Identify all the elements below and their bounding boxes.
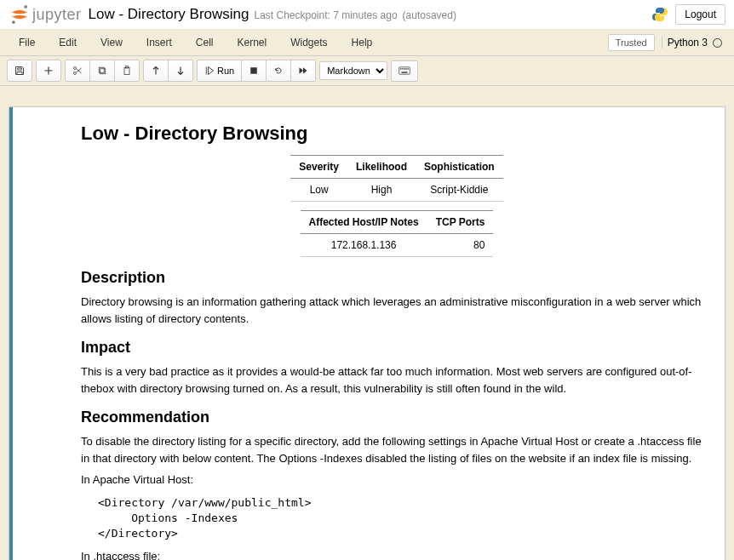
paste-button[interactable] <box>115 60 139 81</box>
menubar: File Edit View Insert Cell Kernel Widget… <box>0 30 734 56</box>
description-text: Directory browsing is an information gat… <box>81 294 713 327</box>
checkpoint-status: Last Checkpoint: 7 minutes ago <box>254 9 397 21</box>
python-icon <box>651 6 668 23</box>
svg-point-0 <box>24 5 27 9</box>
svg-rect-4 <box>99 67 104 72</box>
notebook-container: Low - Directory Browsing Severity Likeli… <box>9 106 725 560</box>
kernel-indicator[interactable]: Python 3 <box>662 37 727 49</box>
run-icon <box>204 66 215 76</box>
jupyter-brand-text: jupyter <box>32 6 82 24</box>
cell-type-select[interactable]: Markdown <box>319 61 387 80</box>
arrow-down-icon <box>175 66 186 76</box>
svg-point-3 <box>74 67 77 70</box>
jupyter-logo[interactable]: jupyter <box>9 3 82 26</box>
menu-insert[interactable]: Insert <box>135 31 184 54</box>
notebook-header: jupyter Low - Directory Browsing Last Ch… <box>0 0 734 30</box>
toolbar: Run Markdown <box>0 56 734 86</box>
cut-button[interactable] <box>66 60 90 81</box>
menu-view[interactable]: View <box>89 31 135 54</box>
title-heading: Low - Directory Browsing <box>81 123 713 145</box>
svg-rect-9 <box>399 66 410 73</box>
autosave-status: (autosaved) <box>403 9 456 21</box>
save-icon <box>14 66 25 76</box>
svg-rect-13 <box>406 68 407 69</box>
copy-button[interactable] <box>90 60 115 81</box>
title-area: Low - Directory Browsing Last Checkpoint… <box>89 6 456 23</box>
plus-icon <box>43 66 54 76</box>
menu-cell[interactable]: Cell <box>184 31 226 54</box>
stop-icon <box>249 66 259 76</box>
move-down-button[interactable] <box>169 60 192 81</box>
impact-heading: Impact <box>81 339 713 357</box>
kernel-name: Python 3 <box>668 37 708 49</box>
restart-run-all-button[interactable] <box>291 60 315 81</box>
menu-edit[interactable]: Edit <box>47 31 89 54</box>
svg-rect-12 <box>404 68 404 69</box>
interrupt-button[interactable] <box>242 60 267 81</box>
menu-widgets[interactable]: Widgets <box>278 31 339 54</box>
svg-rect-11 <box>402 68 403 69</box>
keyboard-icon <box>399 66 410 75</box>
svg-point-2 <box>74 72 77 75</box>
svg-rect-15 <box>402 71 408 72</box>
restart-icon <box>273 66 284 76</box>
save-button[interactable] <box>8 60 32 81</box>
arrow-up-icon <box>151 66 161 76</box>
svg-rect-5 <box>100 69 106 74</box>
recommendation-heading: Recommendation <box>81 409 713 426</box>
run-button[interactable]: Run <box>198 60 242 81</box>
svg-rect-8 <box>250 67 257 74</box>
severity-table: Severity Likelihood Sophistication Low H… <box>290 155 502 202</box>
logout-button[interactable]: Logout <box>675 4 725 25</box>
jupyter-icon <box>9 3 31 26</box>
markdown-cell[interactable]: Low - Directory Browsing Severity Likeli… <box>9 107 725 560</box>
scissors-icon <box>72 66 83 76</box>
apache-code: <Directory /var/www/public_html> Options… <box>98 495 713 542</box>
fast-forward-icon <box>298 66 308 76</box>
paste-icon <box>122 66 132 76</box>
svg-rect-14 <box>408 68 409 69</box>
menu-help[interactable]: Help <box>340 31 385 54</box>
trusted-indicator[interactable]: Trusted <box>608 34 655 51</box>
description-heading: Description <box>81 269 713 287</box>
host-table: Affected Host/IP Notes TCP Ports 172.168… <box>301 210 494 257</box>
move-up-button[interactable] <box>144 60 169 81</box>
menu-kernel[interactable]: Kernel <box>226 31 279 54</box>
add-cell-button[interactable] <box>37 60 60 81</box>
impact-text: This is a very bad practice as it provid… <box>81 363 713 397</box>
menu-file[interactable]: File <box>7 31 47 54</box>
kernel-status-icon <box>713 38 722 48</box>
svg-rect-6 <box>124 67 129 74</box>
notebook-name[interactable]: Low - Directory Browsing <box>89 6 249 23</box>
apache-label: In Apache Virtual Host: <box>81 471 713 489</box>
htaccess-label: In .htaccess file: <box>81 548 713 560</box>
restart-button[interactable] <box>267 60 291 81</box>
svg-point-1 <box>12 20 15 24</box>
command-palette-button[interactable] <box>391 60 418 82</box>
recommendation-text: To disable the directory listing for a s… <box>81 433 713 466</box>
svg-rect-10 <box>400 68 401 69</box>
copy-icon <box>97 66 107 76</box>
